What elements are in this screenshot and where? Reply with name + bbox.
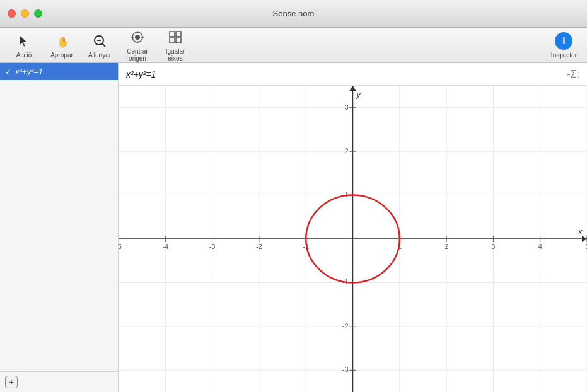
- accio-label: Acció: [16, 52, 32, 59]
- titlebar: Sense nom: [0, 0, 587, 28]
- toolbar: Acció ✋ Apropar Allunyar: [0, 28, 587, 63]
- sidebar-footer: +: [0, 371, 118, 392]
- svg-marker-0: [20, 35, 27, 47]
- titlebar-buttons: [8, 9, 42, 18]
- grid-icon: [166, 28, 184, 46]
- add-equation-button[interactable]: +: [5, 376, 18, 388]
- hand-icon: ✋: [53, 32, 71, 50]
- igualar-eixos-button[interactable]: Igualar eixos: [158, 26, 193, 64]
- graph-area: x²+y²=1 -Σ:: [119, 63, 587, 392]
- svg-line-4: [102, 43, 105, 47]
- svg-rect-11: [170, 32, 175, 37]
- graph-equation-label: x²+y²=1: [126, 69, 156, 79]
- minimize-button[interactable]: [21, 9, 29, 18]
- svg-rect-14: [176, 38, 181, 43]
- main-content: ✓ x²+y²=1 + x²+y²=1 -Σ:: [0, 63, 587, 392]
- igualar-eixos-label: Igualar eixos: [159, 48, 192, 62]
- svg-text:✋: ✋: [57, 36, 69, 48]
- accio-button[interactable]: Acció: [6, 30, 42, 61]
- svg-rect-12: [176, 32, 181, 37]
- graph-canvas[interactable]: [119, 86, 587, 392]
- centrar-origen-label: Centrar origen: [121, 48, 154, 62]
- svg-rect-13: [170, 38, 175, 43]
- toolbar-group: Acció ✋ Apropar Allunyar: [6, 26, 193, 64]
- close-button[interactable]: [8, 9, 16, 18]
- sidebar-formula: x²+y²=1: [15, 67, 43, 76]
- sigma-button[interactable]: -Σ:: [567, 69, 579, 80]
- centrar-origen-button[interactable]: Centrar origen: [120, 26, 155, 64]
- coordinate-graph: [119, 86, 587, 392]
- inspector-label: Inspector: [551, 52, 577, 59]
- allunyar-button[interactable]: Allunyar: [82, 30, 117, 61]
- sidebar-item-1[interactable]: ✓ x²+y²=1: [0, 63, 118, 80]
- svg-point-5: [135, 35, 140, 40]
- center-icon: [129, 28, 146, 46]
- zoom-out-icon: [91, 32, 108, 50]
- allunyar-label: Allunyar: [88, 52, 111, 59]
- window-title: Sense nom: [273, 9, 315, 18]
- apropar-button[interactable]: ✋ Apropar: [44, 30, 79, 61]
- maximize-button[interactable]: [34, 9, 42, 18]
- graph-header: x²+y²=1 -Σ:: [119, 63, 587, 86]
- cursor-icon: [15, 32, 33, 50]
- inspector-icon: i: [555, 32, 572, 50]
- sidebar-content: ✓ x²+y²=1: [0, 63, 118, 371]
- apropar-label: Apropar: [50, 52, 73, 59]
- checkmark-icon: ✓: [5, 67, 11, 76]
- sidebar: ✓ x²+y²=1 +: [0, 63, 119, 392]
- inspector-button[interactable]: i Inspector: [547, 30, 581, 61]
